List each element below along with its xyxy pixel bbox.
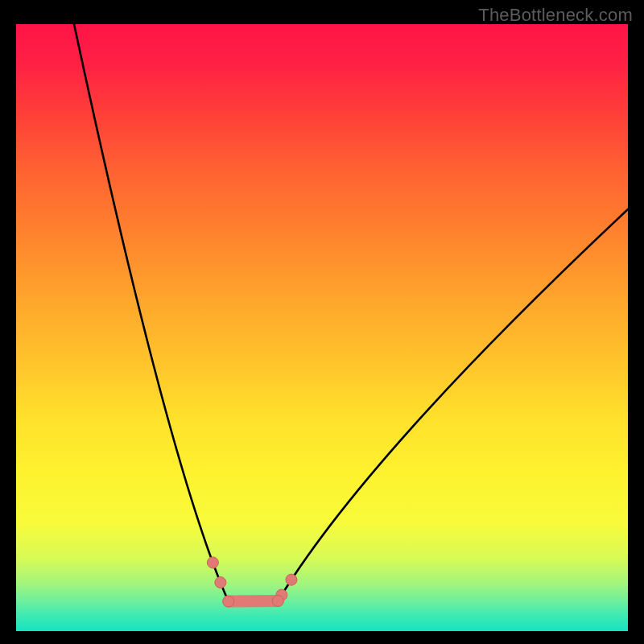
marker-dot [272,596,283,607]
watermark-text: TheBottleneck.com [478,5,633,26]
marker-dot [207,557,218,568]
bottleneck-chart [16,24,628,631]
plot-area [16,24,628,631]
gradient-background [16,24,628,631]
stage: TheBottleneck.com [0,0,644,644]
marker-dot [215,577,226,588]
marker-dot [223,596,234,607]
marker-dot [286,574,297,585]
valley-bar [229,601,279,602]
